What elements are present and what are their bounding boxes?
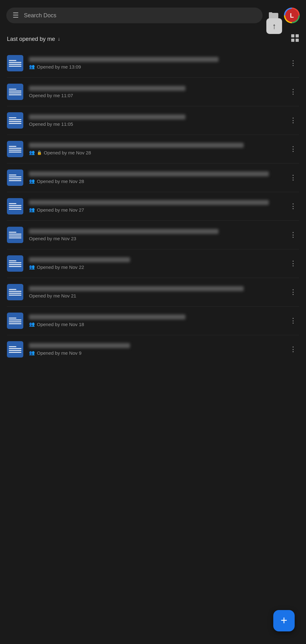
doc-meta-text: Opened by me Nov 18 xyxy=(37,322,84,327)
shared-icon: 👥 xyxy=(29,64,35,69)
more-options-button[interactable]: ⋮ xyxy=(287,258,299,269)
more-options-button[interactable]: ⋮ xyxy=(287,172,299,184)
doc-title xyxy=(29,86,185,91)
more-options-button[interactable]: ⋮ xyxy=(287,86,299,98)
doc-meta-text: Opened by me Nov 28 xyxy=(37,179,84,184)
upload-arrow-icon: ↑ xyxy=(272,22,276,30)
svg-rect-5 xyxy=(291,39,294,42)
more-options-button[interactable]: ⋮ xyxy=(287,286,299,298)
list-item[interactable]: 👥 🔒 Opened by me Nov 28 ⋮ xyxy=(0,135,306,163)
sort-label[interactable]: Last opened by me ↓ xyxy=(7,36,60,42)
doc-meta: Opened by me 11:07 xyxy=(29,93,281,98)
list-item[interactable]: 👥 Opened by me Nov 22 ⋮ xyxy=(0,249,306,278)
doc-meta-text: Opened by me Nov 9 xyxy=(37,350,82,356)
list-item[interactable]: Opened by me Nov 21 ⋮ xyxy=(0,278,306,306)
doc-icon xyxy=(7,284,23,300)
doc-meta: Opened by me Nov 23 xyxy=(29,236,281,241)
header: ☰ Search Docs L ↑ xyxy=(0,0,306,27)
doc-meta: 👥 Opened by me Nov 27 xyxy=(29,207,281,213)
doc-title xyxy=(29,143,244,148)
more-options-button[interactable]: ⋮ xyxy=(287,229,299,241)
doc-meta-text: Opened by me Nov 27 xyxy=(37,207,84,213)
doc-info: Opened by me 11:07 xyxy=(29,86,281,98)
shared-icon: 👥 xyxy=(29,178,35,184)
doc-icon xyxy=(7,169,23,186)
more-options-button[interactable]: ⋮ xyxy=(287,114,299,126)
doc-meta: 👥 Opened by me Nov 9 xyxy=(29,350,281,356)
doc-icon xyxy=(7,84,23,100)
shared-icon: 👥 xyxy=(29,321,35,327)
doc-meta: 👥 Opened by me Nov 28 xyxy=(29,178,281,184)
doc-info: Opened by me Nov 21 xyxy=(29,286,281,298)
doc-meta: 👥 🔒 Opened by me Nov 28 xyxy=(29,150,281,155)
shared-icon: 👥 xyxy=(29,350,35,356)
shared-icon: 👥 xyxy=(29,150,35,155)
search-bar[interactable]: ☰ Search Docs xyxy=(6,8,263,23)
doc-icon xyxy=(7,141,23,157)
list-item[interactable]: Opened by me 11:05 ⋮ xyxy=(0,106,306,135)
doc-title xyxy=(29,343,130,348)
shared-icon: 👥 xyxy=(29,264,35,270)
svg-rect-4 xyxy=(296,34,299,37)
doc-meta-text: Opened by me Nov 23 xyxy=(29,236,76,241)
doc-info: Opened by me 11:05 xyxy=(29,114,281,127)
doc-title xyxy=(29,57,218,62)
doc-icon xyxy=(7,313,23,329)
document-list: 👥 Opened by me 13:09 ⋮ Opened by me 11:0… xyxy=(0,47,306,366)
doc-title xyxy=(29,229,218,234)
sort-label-text: Last opened by me xyxy=(7,36,55,42)
search-placeholder: Search Docs xyxy=(24,12,56,19)
grid-view-icon xyxy=(291,34,299,42)
list-item[interactable]: 👥 Opened by me Nov 18 ⋮ xyxy=(0,307,306,335)
lock-icon: 🔒 xyxy=(37,150,42,155)
doc-title xyxy=(29,314,185,319)
doc-icon xyxy=(7,341,23,358)
list-item[interactable]: 👥 Opened by me Nov 27 ⋮ xyxy=(0,192,306,220)
more-options-button[interactable]: ⋮ xyxy=(287,57,299,69)
doc-meta-text: Opened by me 11:05 xyxy=(29,121,73,127)
list-item[interactable]: 👥 Opened by me Nov 9 ⋮ xyxy=(0,335,306,364)
hamburger-icon[interactable]: ☰ xyxy=(13,12,19,19)
doc-icon xyxy=(7,255,23,272)
upload-button[interactable]: ↑ xyxy=(266,18,282,34)
grid-view-button[interactable] xyxy=(291,34,299,44)
doc-title xyxy=(29,171,269,176)
create-plus-icon: + xyxy=(280,615,287,626)
shared-icon: 👥 xyxy=(29,207,35,213)
doc-icon xyxy=(7,198,23,214)
doc-meta-text: Opened by me Nov 22 xyxy=(37,264,84,270)
avatar-letter: L xyxy=(290,12,294,19)
doc-title xyxy=(29,200,269,205)
doc-title xyxy=(29,286,244,291)
doc-info: Opened by me Nov 23 xyxy=(29,229,281,241)
list-item[interactable]: Opened by me 11:07 ⋮ xyxy=(0,78,306,106)
doc-meta-text: Opened by me Nov 28 xyxy=(44,150,91,155)
svg-rect-6 xyxy=(296,39,299,42)
create-button[interactable]: + xyxy=(273,610,295,631)
doc-meta: 👥 Opened by me 13:09 xyxy=(29,64,281,69)
doc-title xyxy=(29,114,185,119)
more-options-button[interactable]: ⋮ xyxy=(287,143,299,155)
doc-info: 👥 Opened by me Nov 9 xyxy=(29,343,281,356)
doc-meta-text: Opened by me Nov 21 xyxy=(29,293,76,298)
more-options-button[interactable]: ⋮ xyxy=(287,343,299,355)
sort-arrow-icon: ↓ xyxy=(58,36,60,42)
doc-meta: Opened by me 11:05 xyxy=(29,121,281,127)
doc-info: 👥 🔒 Opened by me Nov 28 xyxy=(29,143,281,155)
doc-meta: Opened by me Nov 21 xyxy=(29,293,281,298)
doc-meta-text: Opened by me 11:07 xyxy=(29,93,73,98)
list-item[interactable]: Opened by me Nov 23 ⋮ xyxy=(0,221,306,249)
doc-info: 👥 Opened by me Nov 18 xyxy=(29,314,281,327)
list-item[interactable]: 👥 Opened by me Nov 28 ⋮ xyxy=(0,164,306,192)
list-item[interactable]: 👥 Opened by me 13:09 ⋮ xyxy=(0,49,306,77)
doc-meta: 👥 Opened by me Nov 22 xyxy=(29,264,281,270)
doc-info: 👥 Opened by me 13:09 xyxy=(29,57,281,69)
doc-icon xyxy=(7,55,23,71)
sort-bar: Last opened by me ↓ xyxy=(0,30,306,47)
doc-icon xyxy=(7,227,23,243)
svg-rect-2 xyxy=(269,12,272,14)
avatar[interactable]: L xyxy=(284,8,300,23)
more-options-button[interactable]: ⋮ xyxy=(287,200,299,212)
doc-title xyxy=(29,257,130,262)
more-options-button[interactable]: ⋮ xyxy=(287,315,299,327)
